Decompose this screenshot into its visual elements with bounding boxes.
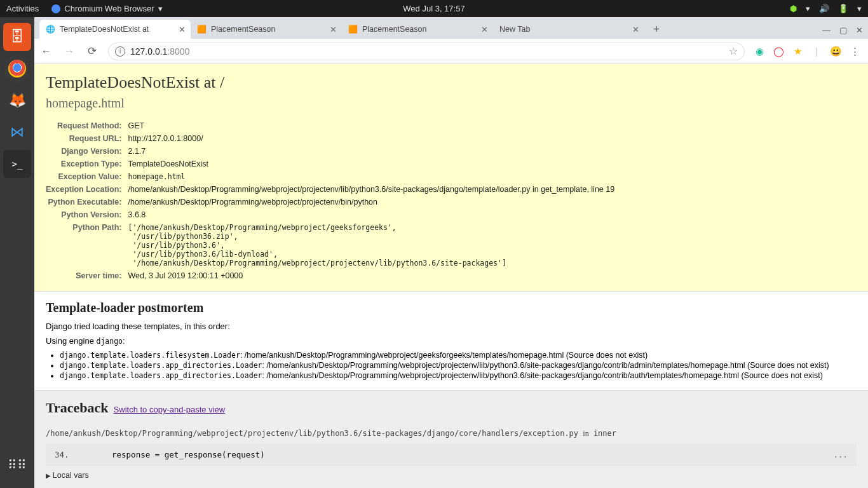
ext-smiley-icon[interactable]: 😀 [830,46,841,57]
chromium-icon [51,4,60,13]
reload-button[interactable]: ⟳ [85,44,99,58]
wifi-icon[interactable]: ▾ [806,4,810,13]
active-app[interactable]: Chromium Web Browser ▾ [51,4,162,13]
firefox-icon[interactable]: 🦊 [3,86,31,114]
list-item: django.template.loaders.app_directories.… [60,371,857,380]
traceback-section: Traceback Switch to copy-and-paste view … [34,391,868,488]
terminal-icon[interactable]: >_ [3,150,31,178]
browser-menu-icon[interactable]: ⋮ [849,46,860,57]
bookmark-star-icon[interactable]: ☆ [729,45,738,57]
tab-strip: 🌐 TemplateDoesNotExist at ✕ 🟧 PlacementS… [34,17,868,39]
code-line[interactable]: 34. response = get_response(request) ... [46,444,857,466]
minimize-icon[interactable]: — [822,25,831,35]
list-item: django.template.loaders.app_directories.… [60,361,857,370]
error-meta-table: Request Method:GET Request URL:http://12… [46,119,614,282]
activities-button[interactable]: Activities [6,4,39,13]
volume-icon[interactable]: 🔊 [819,4,829,13]
close-icon[interactable]: ✕ [481,25,488,34]
back-button[interactable]: ← [39,44,53,58]
new-tab-button[interactable]: + [648,21,665,37]
page-icon: 🟧 [197,25,206,34]
app-grid-icon[interactable]: ⠿⠿ [3,451,31,479]
error-summary: TemplateDoesNotExist at / homepage.html … [34,64,868,292]
shield-icon[interactable]: ⬢ [790,4,797,13]
tab-3[interactable]: New Tab ✕ [493,20,644,39]
address-bar[interactable]: i 127.0.0.1:8000 ☆ [108,43,745,60]
postmortem-section: Template-loader postmortem Django tried … [34,292,868,391]
error-subheading: homepage.html [46,96,857,111]
close-icon[interactable]: ✕ [330,25,337,34]
page-icon: 🟧 [348,25,357,34]
browser-toolbar: ← → ⟳ i 127.0.0.1:8000 ☆ ◉ ◯ ★ | 😀 ⋮ [34,39,868,64]
chromium-dock-icon[interactable] [3,55,31,83]
ext-sep: | [811,46,822,57]
files-icon[interactable]: 🗄 [3,23,31,51]
tab-2[interactable]: 🟧 PlacementSeason ✕ [342,20,493,39]
ext-star-icon[interactable]: ★ [792,46,803,57]
close-window-icon[interactable]: ✕ [856,25,863,35]
maximize-icon[interactable]: ▢ [839,25,847,35]
switch-view-link[interactable]: Switch to copy-and-paste view [114,405,226,414]
forward-button[interactable]: → [62,44,76,58]
globe-icon: 🌐 [46,25,55,34]
close-icon[interactable]: ✕ [632,25,639,34]
page-viewport[interactable]: TemplateDoesNotExist at / homepage.html … [34,64,868,488]
tab-1[interactable]: 🟧 PlacementSeason ✕ [191,20,342,39]
battery-icon[interactable]: 🔋 [838,4,848,13]
frame-location: /home/ankush/Desktop/Programming/webproj… [46,429,857,438]
close-icon[interactable]: ✕ [179,25,186,34]
local-vars-toggle[interactable]: Local vars [46,471,857,480]
browser-window: 🌐 TemplateDoesNotExist at ✕ 🟧 PlacementS… [34,17,868,488]
ubuntu-dock: 🗄 🦊 ⋈ >_ ⠿⠿ [0,17,34,488]
gnome-topbar: Activities Chromium Web Browser ▾ Wed Ju… [0,0,868,17]
ext-opera-icon[interactable]: ◯ [773,46,784,57]
vscode-icon[interactable]: ⋈ [3,118,31,146]
system-menu-icon[interactable]: ▾ [857,4,862,13]
site-info-icon[interactable]: i [115,46,125,57]
tab-0[interactable]: 🌐 TemplateDoesNotExist at ✕ [39,20,191,39]
error-heading: TemplateDoesNotExist at / [46,73,857,92]
list-item: django.template.loaders.filesystem.Loade… [60,351,857,360]
ext-grammarly-icon[interactable]: ◉ [754,46,765,57]
